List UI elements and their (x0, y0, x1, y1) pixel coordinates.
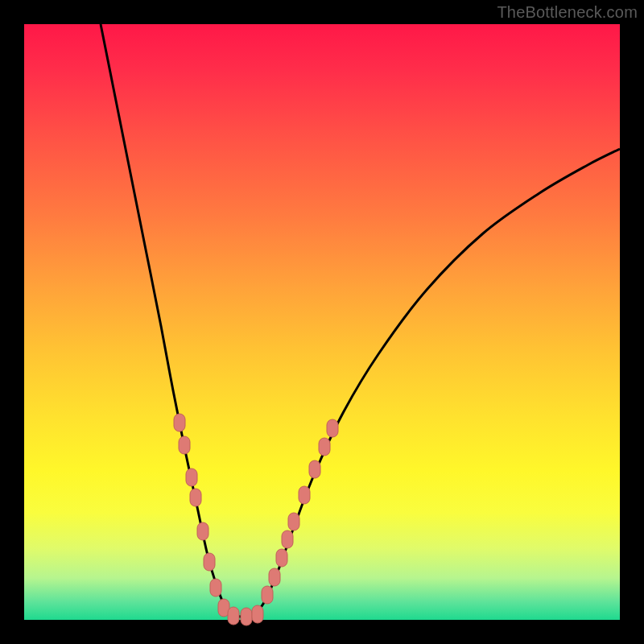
data-marker (228, 607, 239, 625)
data-marker (282, 530, 293, 548)
marker-layer (174, 414, 338, 625)
data-marker (276, 549, 287, 567)
curve-right-branch (254, 149, 620, 616)
data-marker (186, 469, 197, 486)
data-marker (241, 608, 252, 625)
data-marker (210, 579, 221, 597)
chart-svg (24, 24, 620, 620)
data-marker (252, 605, 263, 623)
watermark-label: TheBottleneck.com (497, 3, 638, 22)
curve-layer (101, 24, 620, 617)
data-marker (204, 553, 215, 571)
data-marker (262, 586, 273, 604)
data-marker (309, 460, 320, 478)
data-marker (299, 486, 310, 504)
data-marker (190, 489, 201, 506)
data-marker (327, 419, 338, 437)
data-marker (269, 568, 280, 586)
data-marker (197, 522, 208, 540)
plot-area (24, 24, 620, 620)
data-marker (319, 438, 330, 456)
data-marker (288, 513, 299, 530)
chart-frame: TheBottleneck.com (0, 0, 644, 644)
curve-left-branch (101, 24, 232, 616)
data-marker (179, 436, 190, 454)
data-marker (174, 414, 185, 431)
